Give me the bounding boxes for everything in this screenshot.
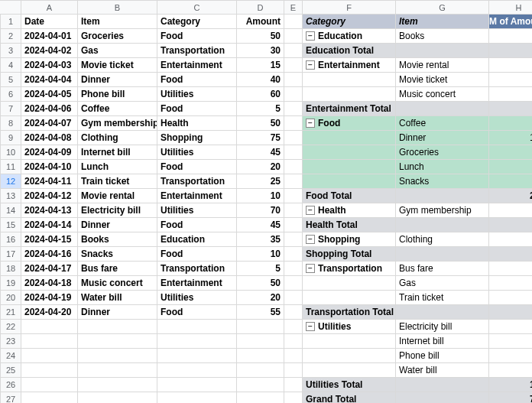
cell-E1[interactable] <box>284 15 303 29</box>
cell-C26[interactable] <box>157 378 237 392</box>
cell-C13[interactable]: Entertainment <box>157 189 237 203</box>
cell-C16[interactable]: Education <box>157 232 237 247</box>
pivot-grand-label[interactable]: Grand Total <box>303 392 396 403</box>
pivot-amount[interactable]: 50 <box>489 87 532 102</box>
pivot-total-amount[interactable]: 50 <box>489 218 532 232</box>
pivot-total-label[interactable]: Entertainment Total <box>303 102 396 116</box>
cell-A6[interactable]: 2024-04-05 <box>21 87 78 102</box>
row-header-13[interactable]: 13 <box>0 189 21 203</box>
collapse-icon[interactable]: − <box>306 119 315 128</box>
pivot-total-label[interactable]: Transportation Total <box>303 305 396 320</box>
row-header-25[interactable]: 25 <box>0 363 21 378</box>
collapse-icon[interactable]: − <box>306 322 315 331</box>
cell-D11[interactable]: 20 <box>237 160 284 174</box>
cell-B5[interactable]: Dinner <box>78 73 157 87</box>
cell-B9[interactable]: Clothing <box>78 131 157 145</box>
cell-E20[interactable] <box>284 291 303 305</box>
pivot-item[interactable]: Groceries <box>396 145 489 160</box>
pivot-total-blank[interactable] <box>396 247 489 262</box>
column-header-E[interactable]: E <box>284 0 303 15</box>
pivot-amount[interactable]: 10 <box>489 174 532 189</box>
row-header-5[interactable]: 5 <box>0 73 21 87</box>
pivot-item[interactable]: Lunch <box>396 160 489 174</box>
row-header-1[interactable]: 1 <box>0 15 21 29</box>
cell-D7[interactable]: 5 <box>237 102 284 116</box>
row-header-19[interactable]: 19 <box>0 276 21 291</box>
pivot-item[interactable]: Music concert <box>396 87 489 102</box>
cell-B18[interactable]: Bus fare <box>78 262 157 276</box>
pivot-empty[interactable] <box>303 334 396 349</box>
row-header-14[interactable]: 14 <box>0 203 21 218</box>
cell-E2[interactable] <box>284 29 303 44</box>
pivot-empty[interactable] <box>303 291 396 305</box>
cell-E6[interactable] <box>284 87 303 102</box>
pivot-total-label[interactable]: Shopping Total <box>303 247 396 262</box>
pivot-amount[interactable]: 60 <box>489 349 532 363</box>
cell-E26[interactable] <box>284 378 303 392</box>
pivot-item[interactable]: Train ticket <box>396 291 489 305</box>
row-header-21[interactable]: 21 <box>0 305 21 320</box>
cell-E22[interactable] <box>284 320 303 334</box>
spreadsheet-grid[interactable]: ABCDEFGH1DateItemCategoryAmountCategoryI… <box>0 0 532 403</box>
cell-E4[interactable] <box>284 58 303 73</box>
cell-D14[interactable]: 70 <box>237 203 284 218</box>
cell-D8[interactable]: 50 <box>237 116 284 131</box>
row-header-11[interactable]: 11 <box>0 160 21 174</box>
cell-B27[interactable] <box>78 392 157 403</box>
cell-E25[interactable] <box>284 363 303 378</box>
row-header-12[interactable]: 12 <box>0 174 21 189</box>
column-header-H[interactable]: H <box>489 0 532 15</box>
pivot-category[interactable]: −Health <box>303 203 396 218</box>
cell-E21[interactable] <box>284 305 303 320</box>
cell-C22[interactable] <box>157 320 237 334</box>
cell-A17[interactable]: 2024-04-16 <box>21 247 78 262</box>
pivot-item[interactable]: Coffee <box>396 116 489 131</box>
pivot-total-blank[interactable] <box>396 218 489 232</box>
pivot-item[interactable]: Water bill <box>396 363 489 378</box>
cell-A26[interactable] <box>21 378 78 392</box>
cell-C2[interactable]: Food <box>157 29 237 44</box>
pivot-grand-blank[interactable] <box>396 392 489 403</box>
pivot-header-item[interactable]: Item <box>396 15 489 29</box>
cell-E27[interactable] <box>284 392 303 403</box>
pivot-total-label[interactable]: Education Total <box>303 44 396 58</box>
cell-C17[interactable]: Food <box>157 247 237 262</box>
row-header-22[interactable]: 22 <box>0 320 21 334</box>
cell-E19[interactable] <box>284 276 303 291</box>
row-header-6[interactable]: 6 <box>0 87 21 102</box>
pivot-amount[interactable]: 5 <box>489 116 532 131</box>
cell-D13[interactable]: 10 <box>237 189 284 203</box>
pivot-empty[interactable] <box>303 145 396 160</box>
pivot-total-amount[interactable]: 60 <box>489 305 532 320</box>
cell-B14[interactable]: Electricity bill <box>78 203 157 218</box>
cell-D18[interactable]: 5 <box>237 262 284 276</box>
cell-A8[interactable]: 2024-04-07 <box>21 116 78 131</box>
pivot-total-blank[interactable] <box>396 378 489 392</box>
cell-E18[interactable] <box>284 262 303 276</box>
cell-D9[interactable]: 75 <box>237 131 284 145</box>
cell-C7[interactable]: Food <box>157 102 237 116</box>
cell-C5[interactable]: Food <box>157 73 237 87</box>
cell-B24[interactable] <box>78 349 157 363</box>
cell-B13[interactable]: Movie rental <box>78 189 157 203</box>
pivot-amount[interactable]: 5 <box>489 262 532 276</box>
cell-E10[interactable] <box>284 145 303 160</box>
cell-D10[interactable]: 45 <box>237 145 284 160</box>
cell-B17[interactable]: Snacks <box>78 247 157 262</box>
column-header-F[interactable]: F <box>303 0 396 15</box>
cell-C23[interactable] <box>157 334 237 349</box>
row-header-24[interactable]: 24 <box>0 349 21 363</box>
cell-C6[interactable]: Utilities <box>157 87 237 102</box>
cell-D12[interactable]: 25 <box>237 174 284 189</box>
cell-B7[interactable]: Coffee <box>78 102 157 116</box>
column-header-G[interactable]: G <box>396 0 489 15</box>
cell-C14[interactable]: Utilities <box>157 203 237 218</box>
column-header-D[interactable]: D <box>237 0 284 15</box>
row-header-18[interactable]: 18 <box>0 262 21 276</box>
cell-A22[interactable] <box>21 320 78 334</box>
pivot-empty[interactable] <box>303 73 396 87</box>
row-header-17[interactable]: 17 <box>0 247 21 262</box>
row-header-20[interactable]: 20 <box>0 291 21 305</box>
pivot-item[interactable]: Books <box>396 29 489 44</box>
pivot-total-blank[interactable] <box>396 189 489 203</box>
